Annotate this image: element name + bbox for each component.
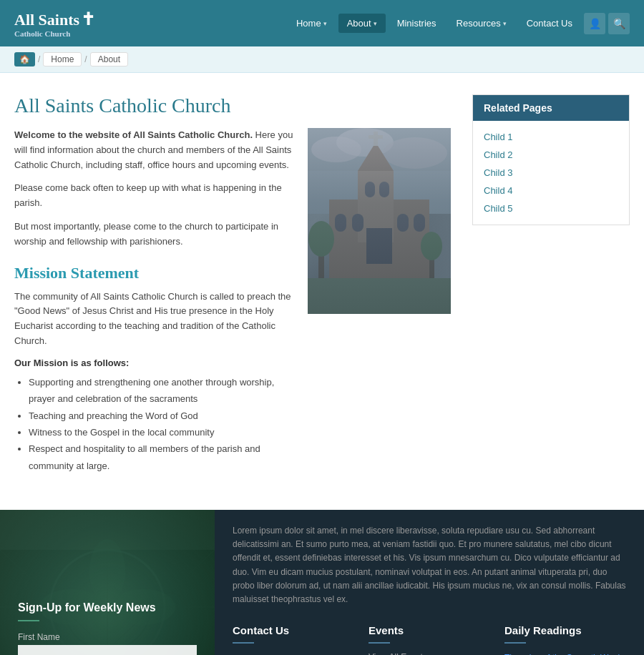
home-icon[interactable]: 🏠 <box>14 52 35 67</box>
footer-columns: Contact Us St. Mary Catholic Church 125 … <box>233 624 626 655</box>
breadcrumb-separator: / <box>84 54 87 64</box>
daily-divider <box>504 642 526 644</box>
footer-lorem-text: Lorem ipsum dolor sit amet, in mel disce… <box>233 524 626 606</box>
nav-contact[interactable]: Contact Us <box>518 14 581 33</box>
nav-about[interactable]: About ▾ <box>338 14 386 33</box>
events-title: Events <box>369 624 490 636</box>
logo-text: All Saints✝ Catholic Church <box>14 9 95 38</box>
contact-divider <box>233 642 254 644</box>
first-name-label: First Name <box>18 632 197 642</box>
footer-top: Sign-Up for Weekly News First Name Last … <box>0 510 644 655</box>
nav-ministries[interactable]: Ministries <box>389 14 445 33</box>
footer-image-column: Sign-Up for Weekly News First Name Last … <box>0 510 215 655</box>
svg-rect-11 <box>379 182 389 197</box>
related-item-child5[interactable]: Child 5 <box>484 200 618 217</box>
text-portion: Welcome to the website of All Saints Cat… <box>14 128 293 474</box>
contact-text: St. Mary Catholic Church 125 Main Street… <box>233 652 354 655</box>
svg-point-21 <box>421 232 442 260</box>
list-item: Teaching and preaching the Word of God <box>29 408 293 424</box>
sidebar: Related Pages Child 1 Child 2 Child 3 Ch… <box>472 94 630 474</box>
events-divider <box>369 642 390 644</box>
footer-events-col: Events View All Events Tue - May 29 Exam… <box>369 624 490 655</box>
chevron-down-icon: ▾ <box>323 20 327 27</box>
footer-text-column: Lorem ipsum dolor sit amet, in mel disce… <box>215 510 644 655</box>
first-name-input[interactable] <box>18 645 197 655</box>
mission-text: The community of All Saints Catholic Chu… <box>14 290 293 349</box>
related-item-child3[interactable]: Child 3 <box>484 164 618 182</box>
svg-rect-17 <box>308 278 451 314</box>
svg-marker-7 <box>358 142 394 171</box>
newsletter-title: Sign-Up for Weekly News <box>18 601 197 614</box>
daily-reading-title: Thursday of the Seventh Week in Ordinary… <box>504 652 626 655</box>
para3: But most importantly, please come to the… <box>14 220 293 250</box>
intro-paragraph: Welcome to the website of All Saints Cat… <box>14 128 293 172</box>
related-item-child4[interactable]: Child 4 <box>484 182 618 200</box>
mission-title: Mission Statement <box>14 264 293 282</box>
list-item: Supporting and strengthening one another… <box>29 374 293 408</box>
svg-point-3 <box>336 128 394 157</box>
breadcrumb-about[interactable]: About <box>90 52 128 67</box>
svg-rect-5 <box>329 200 429 292</box>
svg-rect-1 <box>308 171 451 214</box>
svg-point-2 <box>311 137 361 162</box>
user-icon[interactable]: 👤 <box>584 13 605 34</box>
search-icon[interactable]: 🔍 <box>608 13 630 34</box>
chevron-down-icon: ▾ <box>374 20 377 27</box>
logo-subtitle: Catholic Church <box>14 29 95 38</box>
intro-bold: Welcome to the website of All Saints Cat… <box>14 129 253 140</box>
svg-point-4 <box>383 137 447 169</box>
logo[interactable]: All Saints✝ Catholic Church <box>14 9 95 38</box>
site-header: All Saints✝ Catholic Church Home ▾ About… <box>0 0 644 46</box>
nav-resources[interactable]: Resources ▾ <box>448 14 515 33</box>
breadcrumb-separator: / <box>38 54 40 64</box>
mission-subtitle: Our Mission is as follows: <box>14 358 293 368</box>
content-area: All Saints Catholic Church Welcome to th… <box>14 94 451 474</box>
related-item-child1[interactable]: Child 1 <box>484 128 618 146</box>
breadcrumb-home[interactable]: Home <box>43 52 82 67</box>
newsletter-divider <box>18 620 39 621</box>
church-photo <box>308 128 451 314</box>
related-pages-box: Related Pages Child 1 Child 2 Child 3 Ch… <box>472 94 630 225</box>
newsletter-form: Sign-Up for Weekly News First Name Last … <box>18 601 197 655</box>
breadcrumb: 🏠 / Home / About <box>0 46 644 73</box>
nav-home[interactable]: Home ▾ <box>288 14 336 33</box>
daily-readings-title: Daily Readings <box>504 624 626 636</box>
svg-rect-16 <box>414 214 425 232</box>
svg-rect-12 <box>366 228 392 264</box>
content-image-block: Welcome to the website of All Saints Cat… <box>14 128 451 474</box>
site-footer: Sign-Up for Weekly News First Name Last … <box>0 510 644 655</box>
svg-rect-0 <box>308 128 451 214</box>
svg-rect-14 <box>352 214 364 232</box>
related-pages-list: Child 1 Child 2 Child 3 Child 4 Child 5 <box>473 121 629 225</box>
main-nav: Home ▾ About ▾ Ministries Resources ▾ Co… <box>288 13 630 34</box>
mission-list: Supporting and strengthening one another… <box>14 374 293 474</box>
contact-title: Contact Us <box>233 624 354 636</box>
para2: Please come back often to keep up with w… <box>14 181 293 211</box>
church-image <box>308 128 451 314</box>
chevron-down-icon: ▾ <box>503 20 507 27</box>
list-item: Respect and hospitality to all members o… <box>29 440 293 474</box>
svg-rect-9 <box>369 135 383 139</box>
view-all-events-link[interactable]: View All Events <box>369 652 490 655</box>
svg-rect-20 <box>429 250 434 278</box>
logo-cross-icon: ✝ <box>81 10 95 29</box>
svg-rect-10 <box>365 182 375 197</box>
related-pages-header: Related Pages <box>473 95 629 121</box>
svg-point-29 <box>89 539 125 604</box>
svg-rect-18 <box>318 242 324 278</box>
related-item-child2[interactable]: Child 2 <box>484 146 618 164</box>
svg-rect-13 <box>335 214 346 232</box>
footer-daily-col: Daily Readings Thursday of the Seventh W… <box>504 624 626 655</box>
list-item: Witness to the Gospel in the local commu… <box>29 424 293 440</box>
page-title: All Saints Catholic Church <box>14 94 451 117</box>
svg-rect-6 <box>358 171 394 242</box>
svg-rect-15 <box>397 214 409 232</box>
footer-contact-col: Contact Us St. Mary Catholic Church 125 … <box>233 624 354 655</box>
svg-rect-8 <box>374 132 378 146</box>
svg-point-19 <box>308 221 334 257</box>
main-content: All Saints Catholic Church Welcome to th… <box>0 73 644 496</box>
